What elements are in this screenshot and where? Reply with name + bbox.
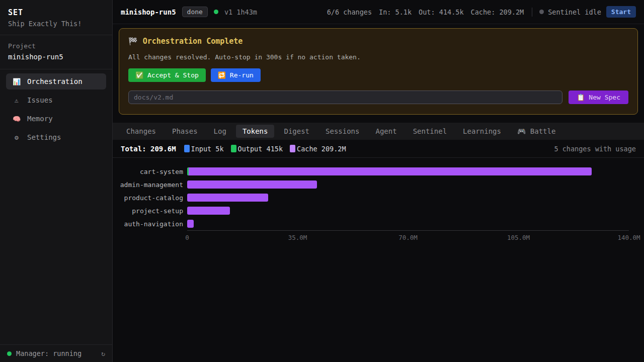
x-axis-tick: 0 [185, 234, 189, 241]
stat-output: Out: 414.5k [419, 8, 463, 16]
tab-learnings[interactable]: Learnings [456, 125, 508, 138]
topbar-right: Sentinel idle Start [530, 6, 636, 18]
sentinel-status-dot [539, 10, 544, 14]
x-axis-tick: 35.0M [288, 234, 307, 241]
tab-sessions[interactable]: Sessions [319, 125, 366, 138]
orchestration-icon: 📊 [12, 78, 21, 85]
chart-row-auth-navigation: auth-navigation [113, 217, 629, 230]
bar-label: project-setup [113, 207, 187, 215]
legend-color-chip [231, 145, 236, 152]
stat-changes: 6/6 changes [327, 8, 372, 16]
project-block: Project minishop-run5 [0, 35, 112, 69]
tab-tokens[interactable]: Tokens [236, 125, 275, 138]
topbar-stats: 6/6 changes In: 5.1k Out: 414.5k Cache: … [327, 8, 524, 16]
tab-battle[interactable]: 🎮 Battle [511, 125, 562, 138]
topbar-divider [532, 8, 532, 17]
app-tagline: Ship Exactly This! [8, 20, 104, 28]
content: 🏁 Orchestration Complete All changes res… [113, 24, 644, 362]
bar-label: admin-management [113, 181, 187, 189]
rerun-button[interactable]: 🔁 Re-run [211, 68, 261, 82]
tab-phases[interactable]: Phases [166, 125, 204, 138]
banner-title: Orchestration Complete [143, 37, 243, 46]
sidebar-item-orchestration[interactable]: 📊Orchestration [6, 73, 106, 89]
new-spec-button[interactable]: 📋 New Spec [569, 90, 628, 104]
bar-track [187, 167, 629, 175]
tab-agent[interactable]: Agent [369, 125, 403, 138]
legend-item: Cache 209.2M [290, 145, 346, 153]
memory-icon: 🧠 [12, 115, 21, 123]
version-time: v1 1h43m [224, 8, 257, 16]
tab-bar: ChangesPhasesLogTokensDigestSessionsAgen… [113, 123, 644, 140]
usage-total: Total: 209.6M [121, 145, 176, 153]
orchestration-complete-banner: 🏁 Orchestration Complete All changes res… [119, 28, 638, 115]
banner-title-row: 🏁 Orchestration Complete [128, 37, 628, 46]
usage-bar[interactable] [187, 167, 592, 175]
sidebar-item-settings[interactable]: ⚙Settings [6, 129, 106, 145]
spec-row: 📋 New Spec [128, 90, 628, 104]
tab-sentinel[interactable]: Sentinel [407, 125, 453, 138]
bar-track [187, 220, 629, 228]
project-label: Project [8, 42, 104, 50]
legend-color-chip [184, 145, 190, 152]
refresh-icon[interactable]: ↻ [101, 350, 105, 357]
chart-row-admin-management: admin-management [113, 178, 629, 191]
bar-track [187, 194, 629, 202]
sidebar-item-label: Settings [27, 133, 61, 141]
usage-bar[interactable] [187, 220, 194, 228]
sentinel-status-text: Sentinel idle [548, 8, 601, 16]
usage-summary-row: Total: 209.6M Input 5kOutput 415kCache 2… [113, 140, 644, 158]
stat-cache: Cache: 209.2M [471, 8, 524, 16]
run-title: minishop-run5 [121, 8, 176, 16]
legend-color-chip [290, 145, 295, 152]
banner-actions: ✅ Accept & Stop 🔁 Re-run [128, 68, 628, 82]
usage-bar[interactable] [187, 194, 268, 202]
bar-track [187, 180, 629, 189]
status-badge: done [182, 7, 208, 17]
spec-path-input[interactable] [128, 90, 562, 104]
manager-status-dot [7, 351, 12, 356]
usage-legend: Input 5kOutput 415kCache 209.2M [184, 145, 346, 153]
legend-item: Input 5k [184, 145, 224, 153]
sidebar-item-label: Orchestration [27, 77, 83, 85]
main-area: minishop-run5 done v1 1h43m 6/6 changes … [113, 0, 644, 362]
usage-bar[interactable] [187, 180, 317, 189]
legend-item: Output 415k [231, 145, 283, 153]
legend-label: Input 5k [191, 145, 224, 153]
output-sliver [187, 167, 189, 175]
checkered-flag-icon: 🏁 [128, 37, 138, 46]
tab-log[interactable]: Log [207, 125, 233, 138]
x-axis-tick: 105.0M [507, 234, 530, 241]
banner-message: All changes resolved. Auto-stop in 300s … [128, 53, 628, 61]
project-name: minishop-run5 [8, 53, 104, 61]
sidebar-item-label: Memory [27, 115, 53, 123]
tab-digest[interactable]: Digest [277, 125, 316, 138]
x-axis: 035.0M70.0M105.0M140.0M [187, 230, 629, 243]
manager-status-text: Manager: running [16, 349, 82, 357]
usage-note: 5 changes with usage [554, 145, 636, 153]
x-axis-tick: 140.0M [617, 234, 640, 241]
chart-row-product-catalog: product-catalog [113, 191, 629, 204]
run-status-dot [214, 10, 218, 14]
tab-changes[interactable]: Changes [120, 125, 163, 138]
logo-block: SET Ship Exactly This! [0, 0, 112, 35]
stat-input: In: 5.1k [379, 8, 412, 16]
sidebar-item-issues[interactable]: ⚠Issues [6, 92, 106, 108]
issues-icon: ⚠ [12, 97, 21, 104]
bar-label: auth-navigation [113, 220, 187, 228]
sidebar-footer: Manager: running ↻ [0, 344, 112, 362]
legend-label: Cache 209.2M [297, 145, 346, 153]
accept-and-stop-button[interactable]: ✅ Accept & Stop [128, 68, 206, 82]
usage-bar[interactable] [187, 207, 230, 215]
x-axis-tick: 70.0M [398, 234, 418, 241]
sentinel-start-button[interactable]: Start [606, 6, 636, 18]
sidebar: SET Ship Exactly This! Project minishop-… [0, 0, 113, 362]
bar-label: cart-system [113, 168, 187, 175]
topbar: minishop-run5 done v1 1h43m 6/6 changes … [113, 0, 644, 24]
settings-icon: ⚙ [12, 134, 21, 141]
legend-label: Output 415k [238, 145, 283, 153]
bar-label: product-catalog [113, 194, 187, 202]
bar-track [187, 207, 629, 215]
sidebar-item-memory[interactable]: 🧠Memory [6, 111, 106, 127]
sentinel-status: Sentinel idle [539, 8, 601, 16]
sidebar-nav: 📊Orchestration⚠Issues🧠Memory⚙Settings [0, 69, 112, 149]
